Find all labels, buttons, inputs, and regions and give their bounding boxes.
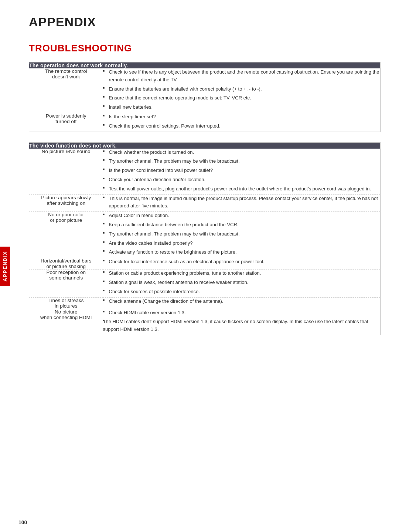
operation-table: The operation does not work normally. Th…	[29, 62, 381, 132]
issue-lines-streaks: Lines or streaksin pictures	[29, 297, 103, 309]
list-item: Check HDMI cable over version 1.3.	[103, 309, 381, 317]
list-item: Check your antenna direction and/or loca…	[103, 176, 381, 184]
issue-horizontal-bars: Horizontal/vertical barsor picture shaki…	[29, 258, 103, 270]
operation-table-title: The operation does not work normally.	[29, 62, 381, 69]
list-item: Try another channel. The problem may be …	[103, 157, 381, 165]
issue-no-picture-sound: No picture &No sound	[29, 149, 103, 194]
issue-picture-slowly: Picture appears slowlyafter switching on	[29, 194, 103, 212]
list-item: Keep a sufficient distance between the p…	[103, 221, 381, 229]
list-item: Adjust Color in menu option.	[103, 212, 381, 220]
table-row: Picture appears slowlyafter switching on…	[29, 194, 381, 212]
solution-power-off: Is the sleep timer set? Check the power …	[103, 113, 381, 132]
list-item: Test the wall power outlet, plug another…	[103, 185, 381, 193]
solution-no-picture-sound: Check whether the product is turned on. …	[103, 149, 381, 194]
table-row: No or poor coloror poor picture Adjust C…	[29, 212, 381, 258]
table-row: No picturewhen connecting HDMI Check HDM…	[29, 309, 381, 335]
appendix-side-tab: APPENDIX	[0, 246, 10, 285]
video-table-title: The video function does not work.	[29, 142, 381, 149]
list-item: This is normal, the image is muted durin…	[103, 195, 381, 210]
solution-lines-streaks: Check antenna (Change the direction of t…	[103, 297, 381, 309]
list-item: Check to see if there is any object betw…	[103, 68, 381, 84]
table-row: Horizontal/vertical barsor picture shaki…	[29, 258, 381, 270]
video-table-header: The video function does not work.	[29, 142, 381, 149]
issue-poor-color: No or poor coloror poor picture	[29, 212, 103, 258]
page-number: 100	[18, 519, 27, 525]
table-row: The remote controldoesn't work Check to …	[29, 68, 381, 113]
solution-remote-control: Check to see if there is any object betw…	[103, 68, 381, 113]
list-item: The HDMI cables don't support HDMI versi…	[103, 318, 381, 333]
video-table: The video function does not work. No pic…	[29, 142, 381, 335]
list-item: Ensure that the batteries are installed …	[103, 85, 381, 93]
list-item: Is the power cord inserted into wall pow…	[103, 167, 381, 174]
list-item: Station or cable product experiencing pr…	[103, 270, 381, 277]
list-item: Check for local interference such as an …	[103, 258, 381, 266]
solution-horizontal-bars: Check for local interference such as an …	[103, 258, 381, 270]
list-item: Ensure that the correct remote operating…	[103, 94, 381, 102]
list-item: Try another channel. The problem may be …	[103, 230, 381, 238]
page-title: APPENDIX	[29, 15, 381, 29]
list-item: Activate any function to restore the bri…	[103, 248, 381, 256]
solution-poor-reception: Station or cable product experiencing pr…	[103, 270, 381, 297]
list-item: Check antenna (Change the direction of t…	[103, 298, 381, 305]
solution-no-picture-hdmi: Check HDMI cable over version 1.3. The H…	[103, 309, 381, 335]
section-title: TROUBLESHOOTING	[29, 43, 381, 54]
issue-no-picture-hdmi: No picturewhen connecting HDMI	[29, 309, 103, 335]
list-item: Station signal is weak, reorient antenna…	[103, 279, 381, 287]
table-row: Lines or streaksin pictures Check antenn…	[29, 297, 381, 309]
list-item: Install new batteries.	[103, 104, 381, 111]
list-item: Is the sleep timer set?	[103, 113, 381, 121]
list-item: Check for sources of possible interferen…	[103, 288, 381, 296]
list-item: Are the video cables installed properly?	[103, 240, 381, 247]
operation-table-header: The operation does not work normally.	[29, 62, 381, 69]
issue-remote-control: The remote controldoesn't work	[29, 68, 103, 113]
list-item: Check whether the product is turned on.	[103, 149, 381, 156]
table-row: Poor reception onsome channels Station o…	[29, 270, 381, 297]
table-row: Power is suddenlyturned off Is the sleep…	[29, 113, 381, 132]
table-row: No picture &No sound Check whether the p…	[29, 149, 381, 194]
list-item: Check the power control settings. Power …	[103, 122, 381, 130]
solution-poor-color: Adjust Color in menu option. Keep a suff…	[103, 212, 381, 258]
solution-picture-slowly: This is normal, the image is muted durin…	[103, 194, 381, 212]
issue-power-off: Power is suddenlyturned off	[29, 113, 103, 132]
issue-poor-reception: Poor reception onsome channels	[29, 270, 103, 297]
